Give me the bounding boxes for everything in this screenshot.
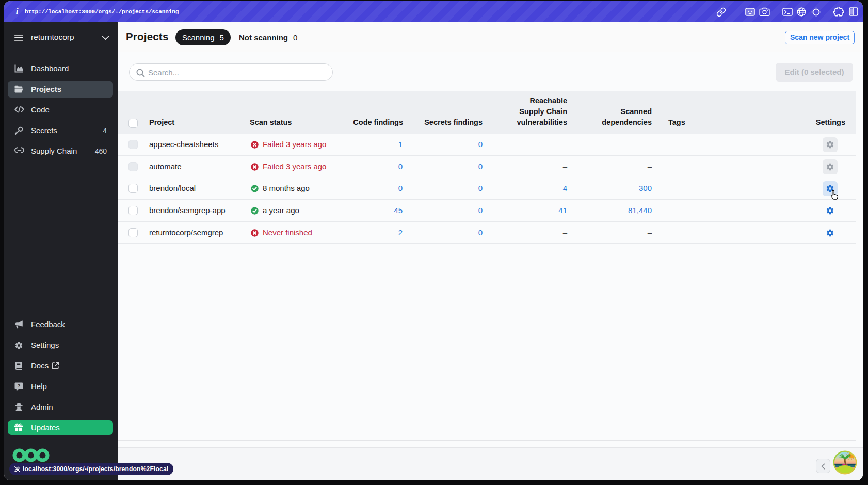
svg-text:?: ?: [18, 383, 21, 389]
